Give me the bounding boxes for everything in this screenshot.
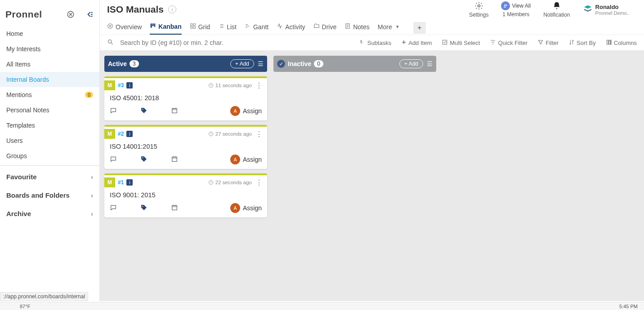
tab-label: Activity <box>285 23 305 31</box>
sidebar-item-home[interactable]: Home <box>0 26 99 41</box>
sidebar-item-label: Mentions <box>6 91 32 98</box>
avatar-icon: A <box>230 106 240 116</box>
members-button[interactable]: View All 1 Members <box>501 1 531 18</box>
settings-button[interactable]: Settings <box>469 1 488 18</box>
search-input[interactable] <box>120 39 246 46</box>
plus-icon: + <box>417 24 421 32</box>
tools-icon[interactable] <box>66 10 75 19</box>
tab-activity[interactable]: Activity <box>277 21 305 34</box>
svg-rect-11 <box>190 27 192 28</box>
tag-icon[interactable] <box>140 155 148 164</box>
column-menu-icon[interactable]: ☰ <box>427 60 433 67</box>
tag-icon[interactable] <box>140 204 148 213</box>
search-icon[interactable] <box>107 39 114 47</box>
notification-button[interactable]: Notification <box>543 1 570 18</box>
info-icon[interactable]: i <box>168 5 176 13</box>
column-menu-icon[interactable]: ☰ <box>258 60 264 67</box>
tag-icon[interactable] <box>140 107 148 115</box>
card[interactable]: M#1i22 seconds ago⋮ISO 9001: 2015AAssign <box>104 173 267 217</box>
sidebar-item-all-items[interactable]: All Items <box>0 57 99 72</box>
sidebar-item-my-interests[interactable]: My Interests <box>0 41 99 57</box>
card-id[interactable]: #2 <box>118 131 124 137</box>
card-info-icon[interactable]: i <box>126 179 133 186</box>
collapse-sidebar-icon[interactable] <box>85 10 94 19</box>
card-id[interactable]: #3 <box>118 82 124 89</box>
tab-drive[interactable]: Drive <box>313 21 337 34</box>
sidebar-item-personal-notes[interactable]: Personal Notes <box>0 102 99 118</box>
multi-select-icon <box>442 39 448 47</box>
tab-notes[interactable]: Notes <box>344 21 370 34</box>
svg-rect-21 <box>172 108 177 113</box>
card-info-icon[interactable]: i <box>126 131 133 137</box>
tool-filter[interactable]: Filter <box>537 39 559 47</box>
sidebar-section-label: Favourite <box>6 173 37 181</box>
sidebar-item-internal-boards[interactable]: Internal Boards <box>0 72 99 87</box>
card-info-icon[interactable]: i <box>126 82 133 89</box>
card-title: ISO 45001: 2018 <box>104 90 267 104</box>
add-view-button[interactable]: + <box>413 22 426 34</box>
card-title: ISO 9001: 2015 <box>104 187 267 201</box>
comment-icon[interactable] <box>110 107 117 115</box>
tool-sort-by[interactable]: Sort By <box>568 39 596 47</box>
column-active: Active3+ Add☰M#3i11 seconds ago⋮ISO 4500… <box>104 56 267 217</box>
card-menu-icon[interactable]: ⋮ <box>255 178 263 187</box>
columns-icon <box>606 39 612 47</box>
card-id[interactable]: #1 <box>118 179 124 186</box>
sort-by-icon <box>568 39 575 47</box>
svg-rect-27 <box>172 205 177 210</box>
assign-button[interactable]: AAssign <box>230 106 262 116</box>
column-name: Active <box>108 60 127 67</box>
comment-icon[interactable] <box>110 155 117 164</box>
sidebar-section-favourite[interactable]: Favourite› <box>0 168 99 186</box>
column-count: 3 <box>130 60 139 67</box>
chevron-right-icon: › <box>91 210 93 217</box>
date-icon[interactable] <box>171 107 178 115</box>
tool-multi-select[interactable]: Multi Select <box>442 39 480 47</box>
sidebar-item-mentions[interactable]: Mentions0 <box>0 87 99 102</box>
tab-label: Grid <box>198 23 210 31</box>
profile-button[interactable]: Ronaldo Pronnel Demo.. <box>583 4 630 16</box>
sidebar-section-boards-and-folders[interactable]: Boards and Folders› <box>0 186 99 204</box>
add-card-button[interactable]: + Add <box>399 59 423 68</box>
sidebar-section-archive[interactable]: Archive› <box>0 204 99 223</box>
card-timestamp: 27 seconds ago <box>208 131 252 137</box>
tool-quick-filter[interactable]: Quick Filter <box>490 39 528 47</box>
add-card-button[interactable]: + Add <box>230 59 254 68</box>
date-icon[interactable] <box>171 155 178 164</box>
avatar-icon: A <box>230 155 240 164</box>
card-menu-icon[interactable]: ⋮ <box>255 130 263 138</box>
tab-overview[interactable]: Overview <box>107 21 142 34</box>
tab-more[interactable]: More▼ <box>378 22 400 34</box>
svg-point-14 <box>108 40 112 44</box>
tool-columns[interactable]: Columns <box>606 39 637 47</box>
sidebar-item-users[interactable]: Users <box>0 133 99 148</box>
column-header[interactable]: ✓Inactive0+ Add☰ <box>273 56 436 72</box>
column-header[interactable]: Active3+ Add☰ <box>104 56 267 72</box>
svg-rect-18 <box>610 40 611 44</box>
brand-logo[interactable]: Pronnel <box>5 9 42 20</box>
tool-add-item[interactable]: Add Item <box>401 40 432 46</box>
sidebar-header: Pronnel <box>0 3 99 26</box>
svg-point-4 <box>108 24 113 29</box>
date-icon[interactable] <box>171 204 178 213</box>
tab-grid[interactable]: Grid <box>190 21 210 34</box>
assign-button[interactable]: AAssign <box>230 155 262 164</box>
tab-gantt[interactable]: Gantt <box>245 21 268 34</box>
assign-button[interactable]: AAssign <box>230 203 262 213</box>
card-menu-icon[interactable]: ⋮ <box>255 81 263 90</box>
tab-label: Overview <box>116 23 142 31</box>
sidebar-item-label: Internal Boards <box>6 76 49 83</box>
chevron-right-icon: › <box>91 192 93 199</box>
card[interactable]: M#3i11 seconds ago⋮ISO 45001: 2018AAssig… <box>104 76 267 120</box>
comment-icon[interactable] <box>110 204 117 213</box>
tab-list[interactable]: List <box>218 21 237 34</box>
sidebar-item-templates[interactable]: Templates <box>0 118 99 133</box>
view-all-link[interactable]: View All <box>501 1 531 10</box>
tab-kanban[interactable]: Kanban <box>150 21 181 35</box>
grid-icon <box>190 23 196 31</box>
tool-subtasks[interactable]: Subtasks <box>359 39 391 47</box>
sidebar-item-groups[interactable]: Groups <box>0 148 99 164</box>
card[interactable]: M#2i27 seconds ago⋮ISO 14001:2015AAssign <box>104 125 267 169</box>
tool-label: Add Item <box>408 40 432 46</box>
svg-rect-16 <box>607 40 608 44</box>
